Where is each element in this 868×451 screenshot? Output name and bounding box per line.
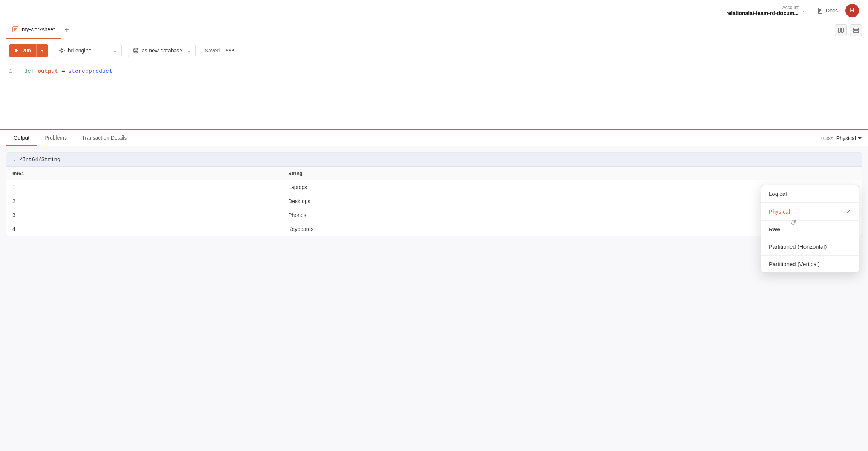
svg-rect-10 [853, 28, 859, 30]
engine-icon [59, 48, 65, 54]
dropdown-item-partitioned-horizontal[interactable]: Partitioned (Horizontal) [761, 238, 859, 256]
db-chevron-icon: ⌄ [187, 48, 191, 53]
database-name: as-new-database [142, 48, 184, 54]
svg-marker-12 [15, 49, 18, 52]
dropdown-item-raw[interactable]: Raw [761, 221, 859, 238]
engine-name: hd-engine [68, 48, 110, 54]
cell-int64: 2 [6, 194, 282, 208]
main-content: 1 def output = store:product Output Prob… [0, 62, 868, 451]
keyword-store: store: [68, 68, 89, 75]
svg-rect-9 [841, 28, 843, 32]
svg-point-15 [134, 48, 138, 50]
col-int64: Int64 [6, 167, 282, 180]
code-content-1: def output = store:product [24, 68, 112, 75]
editor-area[interactable]: 1 def output = store:product [0, 62, 868, 130]
split-view-icon [838, 27, 844, 33]
dropdown-logical-label: Logical [769, 191, 787, 197]
view-icons [835, 24, 862, 36]
top-bar: Account relationalai-team-rd-docum... ⌄ … [0, 0, 868, 21]
col-string: String [282, 167, 720, 180]
run-label: Run [21, 48, 31, 54]
worksheet-tab-label: my-worksheet [22, 26, 55, 32]
worksheet-icon [12, 26, 19, 33]
svg-marker-13 [41, 50, 44, 52]
timing-text: 0.38s [821, 135, 833, 141]
dropdown-partitioned-h-label: Partitioned (Horizontal) [769, 243, 827, 250]
docs-icon [817, 8, 823, 14]
dropdown-partitioned-v-label: Partitioned (Vertical) [769, 261, 820, 267]
tab-bar: my-worksheet + [0, 21, 868, 39]
results-right: 0.38s Physical [821, 135, 862, 141]
database-icon [133, 48, 139, 54]
cell-int64: 3 [6, 208, 282, 222]
dropdown-physical-check: ✓ [846, 208, 851, 215]
keyword-output: output [38, 68, 58, 75]
results-table: Int64 String 1Laptops2Desktops3Phones4Ke… [6, 167, 862, 236]
play-icon [14, 48, 19, 53]
col-empty [720, 167, 862, 180]
add-tab-button[interactable]: + [61, 24, 73, 36]
tab-transaction-details[interactable]: Transaction Details [74, 130, 134, 146]
view-chevron-icon [857, 136, 862, 140]
engine-chevron-icon: ⌄ [113, 48, 117, 53]
dropdown-raw-label: Raw [769, 226, 780, 232]
result-section: ⌄ /Int64/String Int64 String 1Laptops2De… [6, 152, 862, 236]
result-section-title: /Int64/String [19, 157, 60, 163]
keyword-def: def [24, 68, 34, 75]
cell-string: Laptops [282, 180, 720, 194]
dropdown-item-logical[interactable]: Logical [761, 185, 859, 203]
table-row: 2Desktops [6, 194, 862, 208]
account-label: Account [782, 5, 799, 10]
view-dropdown-button[interactable]: Physical [836, 135, 862, 141]
svg-marker-16 [858, 137, 862, 139]
run-main[interactable]: Run [9, 44, 36, 57]
tab-problems[interactable]: Problems [37, 130, 74, 146]
cell-int64: 1 [6, 180, 282, 194]
tab-output[interactable]: Output [6, 130, 37, 146]
engine-select[interactable]: hd-engine ⌄ [54, 44, 122, 57]
result-header[interactable]: ⌄ /Int64/String [6, 153, 862, 167]
results-tabs: Output Problems Transaction Details 0.38… [0, 130, 868, 146]
panel-view-button[interactable] [850, 24, 862, 36]
panel-view-icon [853, 27, 859, 33]
run-chevron-icon [40, 49, 44, 52]
collapse-icon: ⌄ [12, 157, 16, 162]
svg-rect-11 [853, 31, 859, 32]
toolbar: Run hd-engine ⌄ as-new-database ⌄ Saved … [0, 39, 868, 62]
table-header-row: Int64 String [6, 167, 862, 180]
view-dropdown-menu: Logical Physical ✓ Raw Partitioned (Hori… [761, 185, 859, 273]
avatar[interactable]: H [845, 4, 859, 17]
operator-equals: = [61, 68, 65, 75]
saved-status: Saved [205, 48, 220, 54]
worksheet-tab[interactable]: my-worksheet [6, 21, 61, 39]
dropdown-item-physical[interactable]: Physical ✓ [761, 203, 859, 221]
cell-int64: 4 [6, 222, 282, 236]
account-name: relationalai-team-rd-docum... [726, 10, 799, 16]
code-line-1: 1 def output = store:product [9, 68, 859, 75]
run-button[interactable]: Run [9, 44, 48, 57]
cell-string: Phones [282, 208, 720, 222]
table-row: 4Keyboards [6, 222, 862, 236]
keyword-product: product [89, 68, 112, 75]
view-label: Physical [836, 135, 856, 141]
dropdown-item-partitioned-vertical[interactable]: Partitioned (Vertical) [761, 256, 859, 272]
line-number-1: 1 [9, 68, 15, 74]
svg-rect-8 [838, 28, 840, 32]
cell-string: Keyboards [282, 222, 720, 236]
table-row: 1Laptops [6, 180, 862, 194]
split-view-button[interactable] [835, 24, 847, 36]
svg-point-14 [61, 49, 63, 52]
run-dropdown-btn[interactable] [37, 44, 48, 57]
table-row: 3Phones [6, 208, 862, 222]
account-chevron-icon[interactable]: ⌄ [802, 8, 805, 13]
data-area: ⌄ /Int64/String Int64 String 1Laptops2De… [0, 146, 868, 451]
cell-string: Desktops [282, 194, 720, 208]
docs-button[interactable]: Docs [817, 8, 838, 14]
dropdown-physical-label: Physical [769, 208, 790, 215]
database-select[interactable]: as-new-database ⌄ [128, 44, 196, 57]
account-section: Account relationalai-team-rd-docum... ⌄ [726, 5, 805, 16]
more-options-button[interactable]: ••• [226, 47, 235, 55]
